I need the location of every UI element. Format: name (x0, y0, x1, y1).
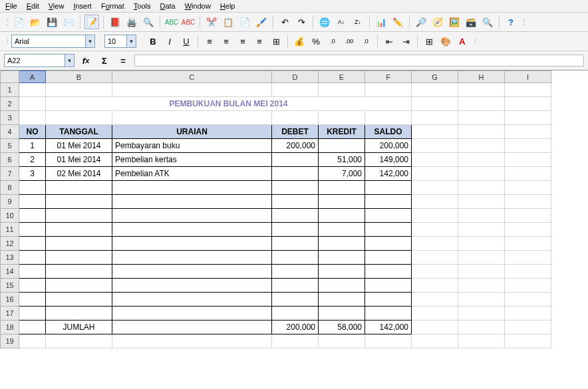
menu-window[interactable]: Window (185, 2, 211, 10)
header-kredit[interactable]: KREDIT (319, 125, 365, 139)
cell[interactable] (112, 223, 272, 237)
menu-insert[interactable]: Insert (73, 2, 92, 10)
jumlah-label[interactable]: JUMLAH (46, 321, 112, 334)
cell[interactable]: Pembelian kertas (112, 153, 272, 167)
cell[interactable] (46, 279, 112, 293)
cell[interactable]: 2 (19, 153, 46, 167)
cell[interactable]: 7,000 (319, 167, 365, 181)
menu-file[interactable]: File (5, 2, 17, 10)
cell[interactable] (19, 181, 46, 195)
formula-input[interactable] (134, 55, 584, 66)
header-no[interactable]: NO (19, 125, 46, 139)
cell[interactable] (19, 265, 46, 279)
copy-icon[interactable]: 📋 (221, 15, 235, 29)
toolbar-grip3[interactable]: ⋮ (4, 37, 9, 46)
cell[interactable] (46, 265, 112, 279)
cell[interactable] (272, 237, 319, 251)
menu-edit[interactable]: Edit (27, 2, 39, 10)
col-header-c[interactable]: C (112, 71, 272, 83)
col-header-a[interactable]: A (19, 71, 46, 83)
row-header[interactable]: 15 (1, 279, 19, 293)
cell[interactable] (272, 223, 319, 237)
cell[interactable] (19, 307, 46, 321)
cell[interactable]: 02 Mei 2014 (46, 167, 112, 181)
autospell-icon[interactable]: ABC (181, 15, 196, 29)
header-tanggal[interactable]: TANGGAL (46, 125, 112, 139)
equals-icon[interactable]: = (116, 53, 130, 68)
cell[interactable] (365, 265, 412, 279)
row-header[interactable]: 7 (1, 167, 19, 181)
italic-icon[interactable]: I (162, 34, 177, 49)
cell[interactable] (19, 321, 46, 334)
cell[interactable] (272, 251, 319, 265)
cell-reference-input[interactable] (5, 57, 65, 65)
cell[interactable] (272, 265, 319, 279)
spellcheck-icon[interactable]: ABC (164, 15, 179, 29)
cell[interactable] (46, 209, 112, 223)
bold-icon[interactable]: B (146, 34, 160, 49)
cell[interactable]: 142,000 (365, 167, 412, 181)
col-header-h[interactable]: H (458, 71, 505, 83)
cut-icon[interactable]: ✂️ (204, 15, 219, 29)
cell[interactable]: 1 (19, 139, 46, 153)
cell[interactable] (365, 307, 412, 321)
dropdown-icon[interactable]: ▼ (85, 35, 94, 47)
cell[interactable] (46, 195, 112, 209)
cell[interactable] (112, 251, 272, 265)
cell[interactable] (365, 181, 412, 195)
cell[interactable] (112, 265, 272, 279)
gallery-icon[interactable]: 🖼️ (447, 15, 462, 29)
align-right-icon[interactable]: ≡ (235, 34, 250, 49)
percent-icon[interactable]: % (309, 34, 323, 49)
row-header[interactable]: 19 (1, 334, 19, 348)
cell[interactable] (365, 293, 412, 307)
row-header[interactable]: 9 (1, 195, 19, 209)
row-header[interactable]: 12 (1, 237, 19, 251)
row-header[interactable]: 6 (1, 153, 19, 167)
increase-indent-icon[interactable]: ⇥ (398, 34, 413, 49)
cell[interactable] (319, 237, 365, 251)
underline-icon[interactable]: U (179, 34, 194, 49)
cell[interactable] (319, 139, 365, 153)
cell[interactable] (112, 307, 272, 321)
font-name-input[interactable] (12, 37, 85, 45)
row-header[interactable]: 10 (1, 209, 19, 223)
cell[interactable] (319, 223, 365, 237)
print-icon[interactable]: 🖨️ (124, 15, 139, 29)
cell[interactable] (365, 223, 412, 237)
row-header[interactable]: 16 (1, 293, 19, 307)
header-debet[interactable]: DEBET (272, 125, 319, 139)
cell[interactable] (272, 195, 319, 209)
cell[interactable] (272, 167, 319, 181)
cell[interactable] (319, 209, 365, 223)
cell[interactable] (319, 195, 365, 209)
decrease-indent-icon[interactable]: ⇤ (382, 34, 396, 49)
cell[interactable] (19, 293, 46, 307)
cell[interactable] (19, 279, 46, 293)
row-header[interactable]: 17 (1, 307, 19, 321)
cell[interactable]: 01 Mei 2014 (46, 139, 112, 153)
cell[interactable] (46, 251, 112, 265)
row-header[interactable]: 8 (1, 181, 19, 195)
justify-icon[interactable]: ≡ (252, 34, 267, 49)
navigator-icon[interactable]: 🧭 (430, 15, 445, 29)
jumlah-saldo[interactable]: 142,000 (365, 321, 412, 334)
menu-tools[interactable]: Tools (134, 2, 151, 10)
zoom-icon[interactable]: 🔍 (480, 15, 495, 29)
col-header-b[interactable]: B (46, 71, 112, 83)
cell[interactable] (46, 237, 112, 251)
font-size-input[interactable] (105, 37, 126, 45)
row-header[interactable]: 4 (1, 125, 19, 139)
format-paint-icon[interactable]: 🖌️ (254, 15, 269, 29)
cell[interactable] (19, 223, 46, 237)
preview-icon[interactable]: 🔍 (141, 15, 156, 29)
sort-desc-icon[interactable]: Z↓ (351, 15, 365, 29)
function-wizard-icon[interactable]: fx (78, 53, 93, 68)
cell[interactable] (112, 237, 272, 251)
cell[interactable] (272, 153, 319, 167)
cell[interactable] (319, 293, 365, 307)
header-saldo[interactable]: SALDO (365, 125, 412, 139)
cell[interactable] (319, 265, 365, 279)
cell[interactable]: 200,000 (272, 139, 319, 153)
document-title[interactable]: PEMBUKUAN BULAN MEI 2014 (46, 97, 412, 111)
